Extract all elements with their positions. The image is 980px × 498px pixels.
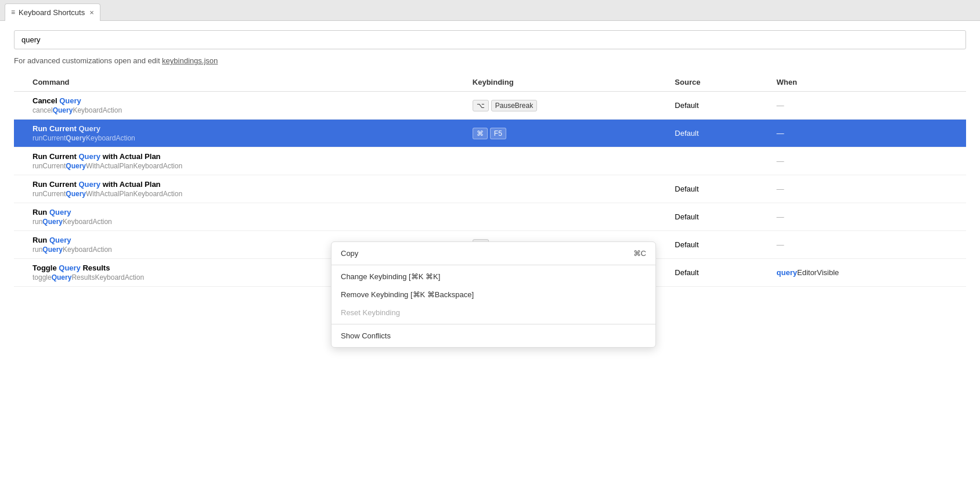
command-highlight: Query bbox=[49, 208, 71, 216]
command-highlight: Query bbox=[59, 96, 81, 105]
context-menu-item-remove-keybinding[interactable]: Remove Keybinding [⌘K ⌘Backspace] bbox=[332, 286, 655, 304]
when-cell: — bbox=[770, 203, 966, 231]
command-id: runQueryKeyboardAction bbox=[33, 218, 459, 226]
command-id-highlight: Query bbox=[53, 106, 73, 114]
tab-close-button[interactable]: × bbox=[89, 8, 94, 17]
command-highlight: Query bbox=[78, 180, 100, 189]
context-menu-label-show-conflicts: Show Conflicts bbox=[341, 331, 391, 340]
search-input[interactable] bbox=[14, 30, 966, 49]
context-menu-item-change-keybinding[interactable]: Change Keybinding [⌘K ⌘K] bbox=[332, 268, 655, 286]
source-cell bbox=[668, 147, 769, 175]
command-cell: Run QueryrunQueryKeyboardAction bbox=[14, 203, 466, 231]
table-row[interactable]: Run QueryrunQueryKeyboardActionDefault— bbox=[14, 203, 966, 231]
command-name: Run Current Query with Actual Plan bbox=[33, 152, 459, 161]
when-cell: — bbox=[770, 120, 966, 147]
command-highlight: Query bbox=[49, 236, 71, 244]
when-cell: — bbox=[770, 92, 966, 120]
source-cell: Default bbox=[668, 92, 769, 120]
command-id-highlight: Query bbox=[66, 190, 86, 198]
key-badge: ⌥ bbox=[473, 100, 489, 111]
key-badge: F5 bbox=[490, 128, 506, 139]
table-row[interactable]: Run Current Query with Actual PlanrunCur… bbox=[14, 147, 966, 175]
command-name: Cancel Query bbox=[33, 96, 459, 105]
key-badge: PauseBreak bbox=[491, 100, 537, 111]
command-id: cancelQueryKeyboardAction bbox=[33, 106, 459, 114]
keybinding-cell: ⌥PauseBreak bbox=[466, 92, 668, 120]
info-text: For advanced customizations open and edi… bbox=[14, 56, 966, 65]
command-name: Run Current Query with Actual Plan bbox=[33, 180, 459, 189]
command-id-highlight: Query bbox=[52, 273, 72, 282]
when-cell: — bbox=[770, 175, 966, 203]
source-cell: Default bbox=[668, 231, 769, 259]
key-badges-container: ⌘F5 bbox=[473, 128, 661, 139]
source-cell: Default bbox=[668, 259, 769, 287]
command-id-highlight: Query bbox=[42, 218, 63, 226]
when-value: — bbox=[777, 129, 784, 138]
keyboard-shortcuts-tab[interactable]: ≡ Keyboard Shortcuts × bbox=[5, 3, 100, 21]
command-highlight: Query bbox=[59, 264, 81, 272]
command-id-highlight: Query bbox=[66, 162, 86, 170]
context-menu-item-reset-keybinding: Reset Keybinding bbox=[332, 304, 655, 322]
command-name: Run Query bbox=[33, 208, 459, 216]
command-id: runCurrentQueryWithActualPlanKeyboardAct… bbox=[33, 162, 459, 170]
command-id-highlight: Query bbox=[66, 134, 86, 142]
column-command: Command bbox=[14, 74, 466, 92]
context-menu-label-reset-keybinding: Reset Keybinding bbox=[341, 308, 400, 317]
command-id: runCurrentQueryKeyboardAction bbox=[33, 134, 459, 142]
tab-icon: ≡ bbox=[11, 8, 15, 16]
tab-bar: ≡ Keyboard Shortcuts × bbox=[0, 0, 980, 21]
command-cell: Run Current Query with Actual PlanrunCur… bbox=[14, 175, 466, 203]
source-cell: Default bbox=[668, 203, 769, 231]
when-highlight: query bbox=[777, 268, 797, 277]
when-value: — bbox=[777, 157, 784, 165]
table-header: Command Keybinding Source When bbox=[14, 74, 966, 92]
context-menu-divider bbox=[332, 324, 655, 324]
when-value: — bbox=[777, 212, 784, 221]
command-cell: Run Current QueryrunCurrentQueryKeyboard… bbox=[14, 120, 466, 147]
when-cell: queryEditorVisible bbox=[770, 259, 966, 287]
command-id-highlight: Query bbox=[42, 246, 63, 254]
when-cell: — bbox=[770, 231, 966, 259]
context-menu: Copy⌘CChange Keybinding [⌘K ⌘K]Remove Ke… bbox=[331, 241, 656, 348]
table-row[interactable]: Run Current Query with Actual PlanrunCur… bbox=[14, 175, 966, 203]
when-value: — bbox=[777, 101, 784, 110]
command-cell: Run Current Query with Actual PlanrunCur… bbox=[14, 147, 466, 175]
column-keybinding: Keybinding bbox=[466, 74, 668, 92]
column-source: Source bbox=[668, 74, 769, 92]
main-content: For advanced customizations open and edi… bbox=[0, 21, 980, 498]
command-id: runCurrentQueryWithActualPlanKeyboardAct… bbox=[33, 190, 459, 198]
tab-title: Keyboard Shortcuts bbox=[19, 8, 85, 17]
when-suffix: EditorVisible bbox=[797, 268, 839, 277]
command-name: Run Current Query bbox=[33, 124, 459, 133]
table-row[interactable]: Run Current QueryrunCurrentQueryKeyboard… bbox=[14, 120, 966, 147]
key-badges-container: ⌥PauseBreak bbox=[473, 100, 661, 111]
keybindings-json-link[interactable]: keybindings.json bbox=[162, 56, 218, 65]
column-when: When bbox=[770, 74, 966, 92]
context-menu-item-copy[interactable]: Copy⌘C bbox=[332, 244, 655, 262]
when-value: — bbox=[777, 185, 784, 193]
keybinding-cell bbox=[466, 175, 668, 203]
context-menu-item-show-conflicts[interactable]: Show Conflicts bbox=[332, 327, 655, 345]
source-cell: Default bbox=[668, 120, 769, 147]
table-row[interactable]: Cancel QuerycancelQueryKeyboardAction⌥Pa… bbox=[14, 92, 966, 120]
command-highlight: Query bbox=[78, 152, 100, 161]
source-cell: Default bbox=[668, 175, 769, 203]
context-menu-label-copy: Copy bbox=[341, 249, 358, 258]
when-value: — bbox=[777, 240, 784, 249]
context-menu-label-remove-keybinding: Remove Keybinding [⌘K ⌘Backspace] bbox=[341, 290, 474, 299]
when-cell: — bbox=[770, 147, 966, 175]
keybinding-cell bbox=[466, 203, 668, 231]
key-badge: ⌘ bbox=[473, 128, 488, 139]
command-highlight: Query bbox=[78, 124, 100, 133]
keybinding-cell bbox=[466, 147, 668, 175]
context-menu-divider bbox=[332, 265, 655, 265]
keybinding-cell: ⌘F5 bbox=[466, 120, 668, 147]
context-menu-label-change-keybinding: Change Keybinding [⌘K ⌘K] bbox=[341, 272, 440, 281]
command-cell: Cancel QuerycancelQueryKeyboardAction bbox=[14, 92, 466, 120]
context-menu-shortcut-copy: ⌘C bbox=[633, 249, 646, 258]
info-text-static: For advanced customizations open and edi… bbox=[14, 56, 162, 65]
